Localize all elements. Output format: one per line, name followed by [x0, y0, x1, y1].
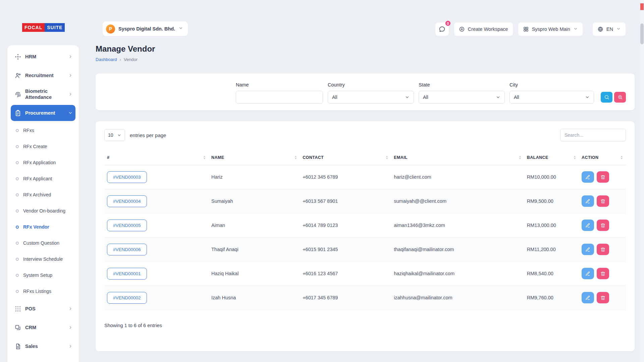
edit-button[interactable]	[582, 244, 594, 255]
vendor-email: thaqifanaqi@mailinator.com	[391, 237, 524, 261]
city-select[interactable]: All	[509, 91, 594, 104]
sidebar-subitem-vendor-on-boarding[interactable]: Vendor On-boarding	[11, 203, 75, 219]
edit-button[interactable]	[582, 268, 594, 279]
filter-reset-button[interactable]	[614, 92, 626, 103]
chevron-right-icon	[68, 92, 73, 97]
vendor-id-badge[interactable]: #VEND00005	[107, 220, 147, 231]
table-controls: 10 entries per page	[104, 129, 626, 141]
sidebar-item-sales[interactable]: Sales	[11, 338, 75, 354]
pencil-icon	[585, 247, 590, 252]
vendor-id-badge[interactable]: #VEND00003	[107, 171, 147, 183]
breadcrumb-dashboard-link[interactable]: Dashboard	[96, 57, 117, 62]
sidebar-item-procurement[interactable]: Procurement	[11, 105, 75, 121]
table-header-row: #NAMECONTACTEMAILBALANCEACTION	[104, 150, 626, 165]
column-header-name[interactable]: NAME	[209, 150, 300, 165]
trash-icon	[600, 247, 605, 252]
sidebar-nav: HRMRecruitmentBiometric AttendanceProcur…	[11, 47, 75, 356]
sidebar-subitem-rfxs[interactable]: RFxs	[11, 122, 75, 138]
row-actions	[582, 244, 623, 255]
sidebar-item-label: POS	[25, 306, 64, 312]
table-row: #VEND00005Aiman+6014 789 0123aiman1346@3…	[104, 213, 626, 237]
pencil-icon	[585, 223, 590, 228]
sidebar-item-hrm[interactable]: HRM	[11, 49, 75, 65]
topbar: P Syspro Digital Sdn. Bhd. 0 Create Work…	[96, 0, 635, 36]
sidebar-subitem-rfx-application[interactable]: RFx Application	[11, 155, 75, 171]
vendor-contact: +6013 567 8901	[300, 189, 391, 213]
sidebar-item-crm[interactable]: CRM	[11, 319, 75, 336]
table-row: #VEND00001Haziq Haikal+6016 123 4567hazi…	[104, 261, 626, 286]
country-select[interactable]: All	[328, 91, 414, 104]
brand-logo-suite: SUITE	[45, 23, 65, 32]
company-selector[interactable]: P Syspro Digital Sdn. Bhd.	[103, 21, 188, 36]
vendor-email: hariz@client.com	[391, 165, 524, 189]
bullet-icon	[16, 290, 19, 293]
sidebar-item-biometric-attendance[interactable]: Biometric Attendance	[11, 86, 75, 102]
delete-button[interactable]	[597, 292, 609, 303]
sidebar: FOCALSUITE HRMRecruitmentBiometric Atten…	[7, 0, 79, 362]
sidebar-item-label: HRM	[25, 54, 64, 60]
column-header-label: ACTION	[582, 155, 598, 160]
sidebar-subitem-custom-question[interactable]: Custom Question	[11, 235, 75, 251]
delete-button[interactable]	[597, 268, 609, 279]
chevron-down-icon	[405, 95, 410, 100]
sidebar-item-recruitment[interactable]: Recruitment	[11, 67, 75, 83]
table-search-input[interactable]	[560, 129, 626, 141]
edit-button[interactable]	[582, 195, 594, 207]
vendor-id-badge[interactable]: #VEND00004	[107, 195, 147, 207]
vendor-id-badge[interactable]: #VEND00006	[107, 244, 147, 255]
sidebar-subitem-rfx-applicant[interactable]: RFx Applicant	[11, 171, 75, 187]
edit-button[interactable]	[582, 171, 594, 183]
sidebar-subitem-rfx-archived[interactable]: RFx Archived	[11, 187, 75, 203]
create-workspace-button[interactable]: Create Workspace	[454, 22, 513, 36]
filter-field-city: CityAll	[509, 82, 594, 104]
trash-icon	[600, 199, 605, 204]
sidebar-subitem-rfx-create[interactable]: RFx Create	[11, 138, 75, 155]
language-label: EN	[606, 26, 613, 32]
delete-button[interactable]	[597, 195, 609, 207]
filter-label: Name	[236, 82, 323, 87]
name-input[interactable]	[236, 91, 323, 104]
sidebar-subitem-system-setup[interactable]: System Setup	[11, 267, 75, 283]
brand-logo[interactable]: FOCALSUITE	[7, 0, 79, 43]
edit-button[interactable]	[582, 292, 594, 303]
vendor-email: aiman1346@3mkz.com	[391, 213, 524, 237]
page-size-select[interactable]: 10	[104, 129, 125, 141]
column-header-balance[interactable]: BALANCE	[524, 150, 579, 165]
column-header-email[interactable]: EMAIL	[391, 150, 524, 165]
filter-search-button[interactable]	[601, 92, 612, 103]
delete-button[interactable]	[597, 171, 609, 183]
row-actions	[582, 220, 623, 231]
scrollbar-thumb[interactable]	[640, 23, 644, 44]
vendor-contact: +6017 345 6789	[300, 286, 391, 310]
search-off-icon	[618, 95, 623, 100]
workspace-selector[interactable]: Syspro Web Main	[518, 22, 583, 36]
chat-button[interactable]: 0	[435, 22, 449, 36]
sidebar-subitem-interview-schedule[interactable]: Interview Schedule	[11, 251, 75, 267]
sidebar-subitem-rfx-vendor[interactable]: RFx Vendor	[11, 219, 75, 235]
sidebar-item-pos[interactable]: POS	[11, 301, 75, 317]
vendor-contact: +6014 789 0123	[300, 213, 391, 237]
delete-button[interactable]	[597, 220, 609, 231]
row-actions	[582, 292, 623, 303]
biometric-icon	[14, 91, 21, 98]
chat-badge: 0	[445, 20, 451, 26]
column-header-contact[interactable]: CONTACT	[300, 150, 391, 165]
vendor-name: Hariz	[209, 165, 300, 189]
vendor-id-badge[interactable]: #VEND00002	[107, 292, 147, 304]
delete-button[interactable]	[597, 244, 609, 255]
vendor-email: haziqhaikal@mailinator.com	[391, 261, 524, 286]
filter-label: State	[419, 82, 505, 87]
column-header-id[interactable]: #	[104, 150, 209, 165]
bullet-icon	[16, 193, 19, 196]
language-selector[interactable]: EN	[592, 22, 626, 36]
bullet-icon	[16, 258, 19, 261]
sidebar-subitem-rfxs-listings[interactable]: RFxs Listings	[11, 283, 75, 299]
vendor-id-badge[interactable]: #VEND00001	[107, 268, 147, 280]
page-scrollbar[interactable]	[640, 0, 644, 362]
chevron-right-icon	[68, 344, 73, 349]
chevron-down-icon	[496, 95, 500, 100]
edit-button[interactable]	[582, 220, 594, 231]
breadcrumb: Dashboard › Vendor	[96, 57, 635, 62]
column-header-action[interactable]: ACTION	[579, 150, 626, 165]
state-select[interactable]: All	[419, 91, 505, 104]
